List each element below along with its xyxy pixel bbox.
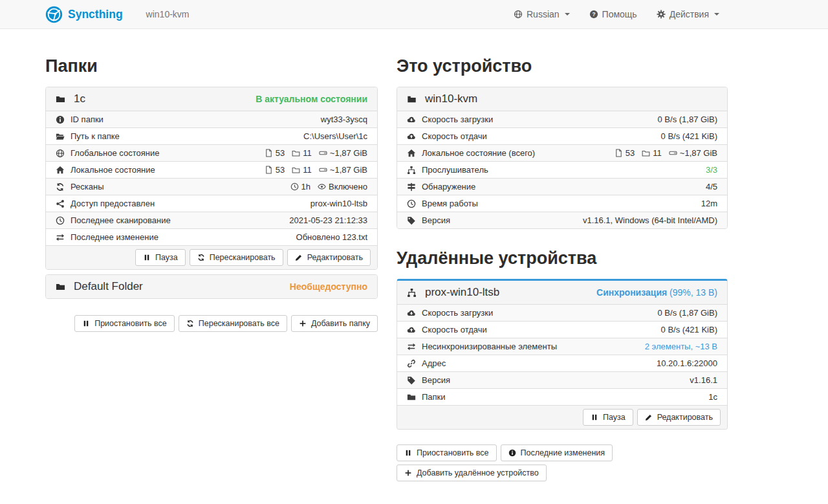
remote-edit-button[interactable]: Редактировать [637, 409, 721, 426]
pause-all-devices-button[interactable]: Приостановить все [397, 444, 497, 461]
row-label: Доступ предоставлен [71, 199, 155, 208]
row-value: 1h Включено [290, 182, 367, 192]
actions-menu-label: Действия [670, 9, 709, 19]
button-label: Редактировать [657, 413, 713, 422]
button-label: Пересканировать все [199, 319, 279, 328]
rescan-all-button[interactable]: Пересканировать все [179, 315, 287, 332]
row-value: v1.16.1 [690, 375, 717, 385]
cloud-upload-icon [407, 325, 416, 334]
folder-row-last-change: Последнее изменение Обновлено 123.txt [46, 228, 377, 245]
row-label: Локальное состояние [71, 165, 155, 175]
size-value: ~1,87 GiB [680, 148, 717, 158]
row-value: C:\Users\User\1c [303, 131, 367, 141]
row-label: Последнее сканирование [71, 215, 171, 225]
row-value: 2021-05-23 21:12:33 [289, 215, 367, 225]
row-label: Прослушиватель [422, 165, 488, 175]
cloud-download-icon [407, 115, 416, 124]
row-label: Адрес [422, 358, 446, 368]
plus-icon [404, 469, 412, 477]
status-detail: (99%, 13 B) [670, 287, 717, 298]
folder-edit-button[interactable]: Редактировать [287, 249, 371, 266]
folder-icon [642, 149, 650, 157]
plus-icon [299, 320, 307, 327]
pause-all-folders-button[interactable]: Приостановить все [74, 315, 175, 332]
syncthing-brand[interactable]: Syncthing [45, 6, 123, 23]
clock-icon [290, 182, 299, 191]
language-menu[interactable]: Russian [514, 9, 570, 19]
row-value: v1.16.1, Windows (64-bit Intel/AMD) [583, 215, 717, 225]
remote-device-status: Синхронизация (99%, 13 B) [596, 287, 717, 298]
chevron-down-icon [714, 13, 719, 16]
cloud-download-icon [407, 309, 416, 318]
row-label: Ресканы [71, 182, 104, 192]
row-value: 12m [701, 199, 717, 208]
row-label: Папки [422, 392, 446, 402]
clock-icon [407, 199, 416, 208]
button-label: Приостановить все [417, 448, 489, 457]
out-of-sync-link[interactable]: 2 элементы, ~13 B [645, 342, 717, 351]
refresh-icon [56, 182, 65, 192]
remote-device-panel: prox-win10-ltsb Синхронизация (99%, 13 B… [397, 279, 728, 430]
folder-name: 1c [74, 93, 85, 105]
clock-icon [56, 216, 65, 225]
folder-row-id: ID папки wyt33-3yscq [46, 111, 377, 127]
this-device-title: Это устройство [397, 56, 728, 76]
help-menu[interactable]: Помощь [589, 9, 637, 19]
dirs-count: 11 [653, 148, 662, 158]
rescan-interval: 1h [301, 182, 310, 192]
folder-panel-1c: 1c В актуальном состоянии ID папки wyt33… [45, 87, 378, 270]
folder-header-1c[interactable]: 1c В актуальном состоянии [46, 87, 377, 111]
chevron-down-icon [565, 13, 570, 16]
folder-icon [292, 149, 300, 157]
remote-device-footer: Пауза Редактировать [397, 405, 727, 429]
size-value: ~1,87 GiB [330, 165, 367, 175]
device-row-upload: Скорость отдачи 0 B/s (421 KiB) [397, 127, 727, 144]
device-row-version: Версия v1.16.1, Windows (64-bit Intel/AM… [397, 212, 727, 228]
button-label: Добавить удалённое устройство [417, 468, 539, 477]
add-folder-button[interactable]: Добавить папку [291, 315, 378, 332]
row-value: prox-win10-ltsb [310, 199, 367, 208]
recent-changes-button[interactable]: Последние изменения [501, 444, 613, 461]
add-remote-device-button[interactable]: Добавить удалённое устройство [397, 465, 547, 481]
remote-row-out-of-sync: Несинхронизированные элементы 2 элементы… [397, 338, 727, 355]
remote-device-header[interactable]: prox-win10-ltsb Синхронизация (99%, 13 B… [397, 281, 727, 304]
hdd-icon [319, 166, 327, 174]
row-label: Последнее изменение [71, 232, 158, 242]
watch-status: Включено [329, 182, 367, 192]
remote-pause-button[interactable]: Пауза [583, 409, 633, 426]
tag-icon [407, 216, 416, 225]
row-label: Путь к папке [71, 131, 120, 141]
folder-icon [292, 166, 300, 174]
device-row-download: Скорость загрузки 0 B/s (1,87 GiB) [397, 111, 727, 127]
folder-status: Необщедоступно [290, 281, 367, 292]
folder-header-default[interactable]: Default Folder Необщедоступно [46, 275, 377, 298]
remote-row-upload: Скорость отдачи 0 B/s (421 KiB) [397, 321, 727, 338]
link-icon [407, 359, 416, 368]
row-value: 10.20.1.6:22000 [657, 358, 717, 368]
pause-icon [404, 449, 412, 457]
eye-icon [318, 182, 326, 191]
question-circle-icon [589, 10, 598, 19]
pencil-icon [645, 413, 653, 421]
row-label: Обнаружение [422, 182, 475, 192]
this-device-header[interactable]: win10-kvm [397, 87, 727, 111]
gear-icon [657, 10, 666, 19]
pause-icon [591, 413, 598, 421]
navbar: Syncthing win10-kvm Russian Помощь Дейст… [0, 0, 828, 29]
folder-icon [56, 94, 65, 104]
button-label: Пересканировать [210, 253, 276, 262]
remote-row-version: Версия v1.16.1 [397, 371, 727, 388]
exchange-icon [56, 233, 65, 242]
folder-rescan-button[interactable]: Пересканировать [190, 249, 283, 266]
dirs-count: 11 [303, 165, 312, 175]
device-name: win10-kvm [425, 93, 477, 105]
row-label: ID папки [71, 115, 104, 124]
refresh-icon [197, 254, 205, 261]
size-value: ~1,87 GiB [330, 148, 367, 158]
cloud-upload-icon [407, 132, 416, 141]
folder-pause-button[interactable]: Пауза [135, 249, 186, 266]
device-row-discovery: Обнаружение 4/5 [397, 178, 727, 195]
actions-menu[interactable]: Действия [657, 9, 719, 19]
file-icon [615, 149, 623, 157]
pause-icon [82, 320, 90, 327]
